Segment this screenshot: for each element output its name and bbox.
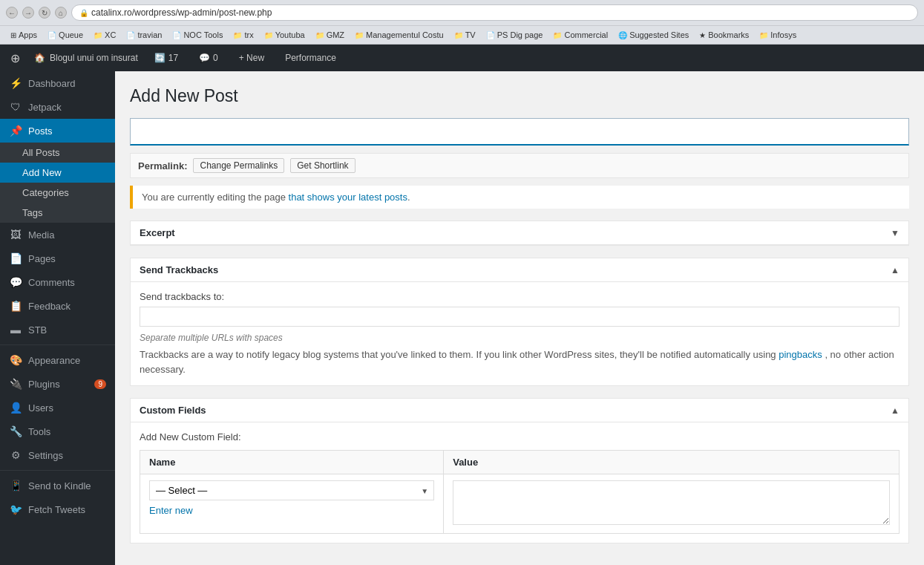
new-button[interactable]: + New [235,45,269,71]
sidebar-feedback-label: Feedback [28,301,71,312]
custom-fields-metabox-header[interactable]: Custom Fields ▲ [131,399,908,422]
tags-label: Tags [22,207,42,218]
comments-button[interactable]: 💬 0 [194,45,223,71]
media-icon: 🖼 [9,229,22,241]
bookmark-xc[interactable]: 📁 XC [89,29,120,41]
bookmark-noc[interactable]: 📄 NOC Tools [168,29,227,41]
home-button[interactable]: ⌂ [55,7,67,19]
notice-link[interactable]: that shows your latest posts [289,192,407,203]
queue-icon: 📄 [47,31,56,39]
change-permalinks-button[interactable]: Change Permalinks [193,158,284,173]
trackback-desc: Trackbacks are a way to notify legacy bl… [140,347,900,376]
bookmark-psdig[interactable]: 📄 PS Dig page [482,29,548,41]
bookmark-bookmarks-label: Bookmarks [708,30,749,39]
bookmark-bookmarks[interactable]: ★ Bookmarks [695,29,753,41]
add-new-label: Add New [22,167,62,178]
trackbacks-metabox-header[interactable]: Send Trackbacks ▲ [131,258,908,282]
sidebar-item-send-to-kindle[interactable]: 📱 Send to Kindle [0,474,115,497]
url-bar[interactable]: 🔒 catalinx.ro/wordpress/wp-admin/post-ne… [71,4,918,21]
sidebar-item-settings[interactable]: ⚙ Settings [0,443,115,467]
dashboard-icon: ⚡ [9,77,22,89]
back-button[interactable]: ← [6,7,18,19]
categories-label: Categories [22,187,69,198]
bookmark-youtuba[interactable]: 📁 Youtuba [260,29,309,41]
sidebar-item-posts[interactable]: 📌 Posts [0,119,115,143]
sidebar-item-comments[interactable]: 💬 Comments [0,270,115,294]
bookmark-infosys[interactable]: 📁 Infosys [755,29,801,41]
bookmark-commercial[interactable]: 📁 Commercial [548,29,612,41]
sidebar-item-feedback[interactable]: 📋 Feedback [0,294,115,318]
gmz-icon: 📁 [315,31,324,39]
sidebar-item-tags[interactable]: Tags [0,203,115,223]
new-label: + New [239,53,264,63]
bookmark-apps-label: Apps [19,30,37,39]
users-icon: 👤 [9,402,22,414]
bookmark-youtuba-label: Youtuba [275,30,305,39]
sidebar-item-add-new[interactable]: Add New [0,163,115,183]
bookmark-travian[interactable]: 📄 travian [122,29,166,41]
pingbacks-link[interactable]: pingbacks [779,349,822,360]
cf-name-cell: — Select — ▼ Enter new [140,474,444,534]
sidebar-item-plugins[interactable]: 🔌 Plugins 9 [0,372,115,396]
enter-new-link[interactable]: Enter new [149,505,434,516]
sidebar-item-tools[interactable]: 🔧 Tools [0,419,115,443]
refresh-button[interactable]: ↻ [39,7,50,19]
cf-select[interactable]: — Select — [149,480,434,500]
sidebar-item-stb[interactable]: ▬ STB [0,318,115,342]
bookmark-gmz[interactable]: 📁 GMZ [311,29,349,41]
sidebar-separator-2 [0,470,115,471]
bookmark-trx[interactable]: 📁 trx [229,29,258,41]
excerpt-metabox: Excerpt ▼ [130,221,909,246]
add-custom-field-label: Add New Custom Field: [140,431,900,442]
sidebar-item-dashboard[interactable]: ⚡ Dashboard [0,71,115,95]
excerpt-metabox-header[interactable]: Excerpt ▼ [131,221,908,245]
sidebar-jetpack-label: Jetpack [28,102,62,113]
wp-logo[interactable]: ⊕ [7,50,22,65]
bookmark-queue[interactable]: 📄 Queue [43,29,88,41]
cf-value-textarea[interactable] [453,480,890,525]
sidebar-item-appearance[interactable]: 🎨 Appearance [0,348,115,372]
apps-icon: ⊞ [10,31,16,39]
forward-button[interactable]: → [22,7,34,19]
notice-bar: You are currently editing the page that … [130,186,909,209]
sidebar-item-jetpack[interactable]: 🛡 Jetpack [0,95,115,119]
cf-value-cell [444,474,900,534]
sidebar-settings-label: Settings [28,450,63,461]
bookmark-suggested[interactable]: 🌐 Suggested Sites [614,29,693,41]
wp-admin-bar: ⊕ 🏠 Blogul unui om insurat 🔄 17 💬 0 + Ne… [0,45,924,71]
site-name[interactable]: 🏠 Blogul unui om insurat [34,53,138,63]
stb-icon: ▬ [9,324,22,336]
sidebar-item-fetch-tweets[interactable]: 🐦 Fetch Tweets [0,497,115,521]
sidebar-tweets-label: Fetch Tweets [28,504,85,515]
bookmark-management[interactable]: 📁 Managementul Costu [350,29,448,41]
sidebar-item-all-posts[interactable]: All Posts [0,143,115,163]
browser-nav: ← → ↻ ⌂ 🔒 catalinx.ro/wordpress/wp-admin… [0,0,924,25]
xc-icon: 📁 [94,31,102,39]
sidebar-item-users[interactable]: 👤 Users [0,396,115,419]
cf-select-wrap: — Select — ▼ [149,480,434,500]
sidebar-item-pages[interactable]: 📄 Pages [0,246,115,270]
bookmark-tv-label: TV [465,30,476,39]
bookmark-tv[interactable]: 📁 TV [450,29,480,41]
bookmarks-icon: ★ [699,31,706,39]
kindle-icon: 📱 [9,480,22,491]
get-shortlink-button[interactable]: Get Shortlink [290,158,355,173]
trackback-input[interactable] [140,307,900,327]
updates-icon: 🔄 [154,53,166,63]
sidebar-dashboard-label: Dashboard [28,78,76,89]
sidebar-item-media[interactable]: 🖼 Media [0,223,115,246]
sidebar-item-categories[interactable]: Categories [0,183,115,203]
bookmark-commercial-label: Commercial [564,30,608,39]
updates-count: 17 [168,53,178,63]
custom-fields-title: Custom Fields [140,405,206,416]
post-title-input[interactable] [130,118,909,146]
bookmark-apps[interactable]: ⊞ Apps [6,29,42,41]
sidebar-posts-submenu: All Posts Add New Categories Tags [0,143,115,223]
bookmark-xc-label: XC [105,30,116,39]
sidebar-stb-label: STB [28,324,47,336]
plugins-icon: 🔌 [9,378,22,390]
updates-button[interactable]: 🔄 17 [150,45,183,71]
trackback-hint: Separate multiple URLs with spaces [140,333,900,343]
performance-button[interactable]: Performance [281,45,341,71]
permalink-label: Permalink: [138,160,187,172]
